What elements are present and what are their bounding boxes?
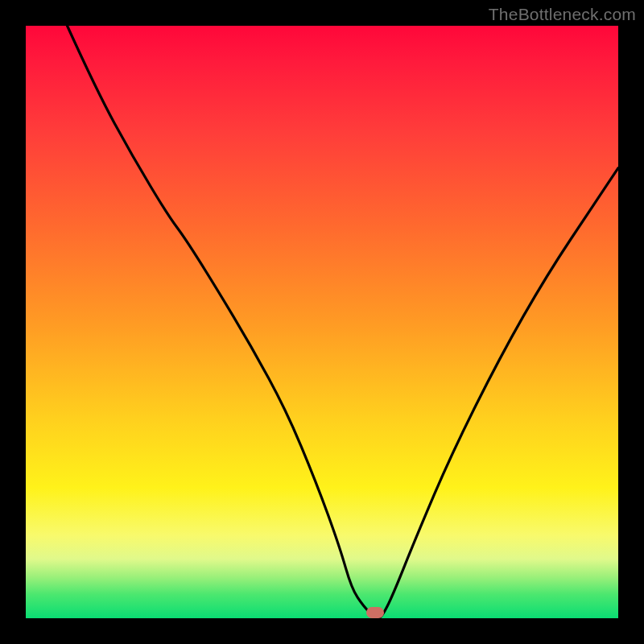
bottleneck-curve — [26, 26, 618, 618]
chart-frame: TheBottleneck.com — [0, 0, 644, 644]
optimal-point-marker — [366, 607, 384, 618]
attribution-text: TheBottleneck.com — [489, 5, 636, 24]
chart-plot-area — [26, 26, 618, 618]
